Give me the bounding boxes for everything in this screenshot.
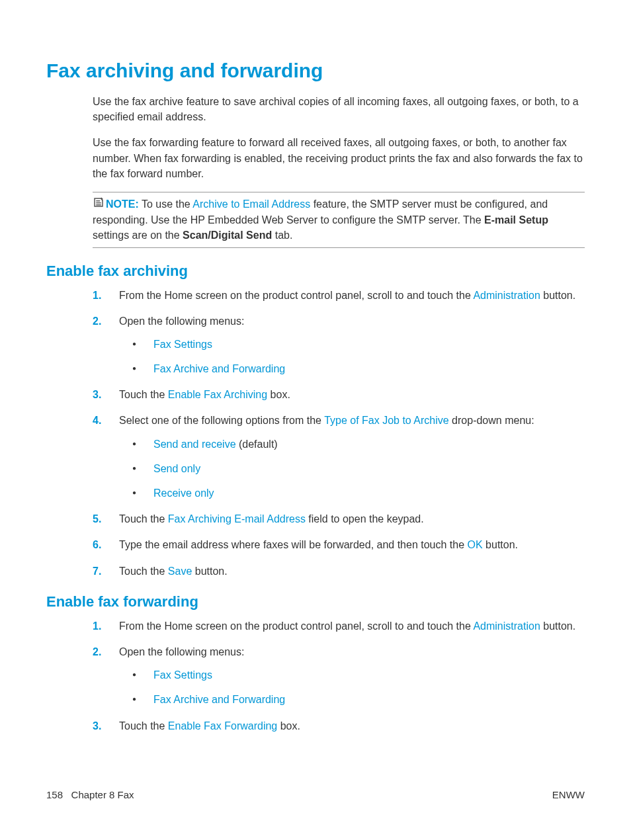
ui-ref: Enable Fax Forwarding bbox=[168, 720, 277, 732]
ui-ref: Administration bbox=[473, 290, 540, 301]
page-footer: 158 Chapter 8 Fax ENWW bbox=[46, 789, 585, 800]
chapter-label: Chapter 8 Fax bbox=[71, 789, 134, 800]
step: Open the following menus: Fax Settings F… bbox=[93, 314, 585, 377]
note-text-post: tab. bbox=[272, 230, 292, 241]
bullet-item: Send and receive (default) bbox=[127, 437, 585, 452]
document-page: Fax archiving and forwarding Use the fax… bbox=[0, 0, 631, 840]
section-heading-forwarding: Enable fax forwarding bbox=[46, 593, 585, 610]
ui-ref: Fax Settings bbox=[153, 669, 212, 681]
footer-left: 158 Chapter 8 Fax bbox=[46, 789, 134, 800]
step-text: Type the email address where faxes will … bbox=[119, 539, 468, 550]
step: Touch the Enable Fax Archiving box. bbox=[93, 387, 585, 402]
note-bold-1: E-mail Setup bbox=[484, 214, 548, 226]
step: From the Home screen on the product cont… bbox=[93, 618, 585, 634]
ui-ref: Save bbox=[168, 566, 192, 577]
intro-paragraph-1: Use the fax archive feature to save arch… bbox=[93, 94, 585, 124]
ui-ref: Fax Archive and Forwarding bbox=[153, 694, 285, 705]
ui-ref: Fax Settings bbox=[153, 339, 212, 350]
step-text: Touch the bbox=[119, 389, 168, 400]
step-text: Open the following menus: bbox=[119, 646, 244, 657]
step-text: button. bbox=[540, 620, 575, 632]
bullet-item: Send only bbox=[127, 461, 585, 476]
note-link: Archive to Email Address bbox=[192, 198, 310, 210]
ui-ref: Fax Archive and Forwarding bbox=[153, 363, 285, 374]
sub-bullets: Fax Settings Fax Archive and Forwarding bbox=[127, 337, 585, 376]
sub-bullets: Fax Settings Fax Archive and Forwarding bbox=[127, 667, 585, 707]
note-text-pre: To use the bbox=[142, 198, 192, 210]
ui-ref: Send and receive bbox=[153, 439, 236, 450]
step-text: Touch the bbox=[119, 566, 168, 577]
step-text: field to open the keypad. bbox=[306, 513, 424, 525]
sub-bullets: Send and receive (default) Send only Rec… bbox=[127, 437, 585, 501]
step-text: Select one of the following options from… bbox=[119, 415, 324, 426]
step-text: drop-down menu: bbox=[449, 415, 534, 426]
step-text: From the Home screen on the product cont… bbox=[119, 620, 473, 632]
ui-ref: Fax Archiving E-mail Address bbox=[168, 513, 306, 525]
step: Select one of the following options from… bbox=[93, 413, 585, 501]
step-text: button. bbox=[483, 539, 518, 550]
step: From the Home screen on the product cont… bbox=[93, 288, 585, 303]
bullet-item: Fax Settings bbox=[127, 667, 585, 683]
step-text: Touch the bbox=[119, 513, 168, 525]
step-text: box. bbox=[277, 720, 300, 732]
page-number: 158 bbox=[46, 789, 63, 800]
ui-ref: Administration bbox=[473, 620, 540, 632]
step-text: button. bbox=[192, 566, 227, 577]
forwarding-steps: From the Home screen on the product cont… bbox=[93, 618, 585, 734]
bullet-text: (default) bbox=[236, 439, 278, 450]
ui-ref: Type of Fax Job to Archive bbox=[324, 415, 449, 426]
step-text: box. bbox=[267, 389, 290, 400]
footer-right: ENWW bbox=[552, 789, 585, 800]
step-text: Touch the bbox=[119, 720, 168, 732]
archiving-steps: From the Home screen on the product cont… bbox=[93, 288, 585, 579]
section-heading-archiving: Enable fax archiving bbox=[46, 263, 585, 280]
ui-ref: Enable Fax Archiving bbox=[168, 389, 267, 400]
bullet-item: Fax Settings bbox=[127, 337, 585, 352]
bullet-item: Fax Archive and Forwarding bbox=[127, 692, 585, 707]
step: Touch the Save button. bbox=[93, 564, 585, 579]
note-icon bbox=[93, 196, 105, 212]
step-text: From the Home screen on the product cont… bbox=[119, 290, 473, 301]
step: Open the following menus: Fax Settings F… bbox=[93, 644, 585, 708]
note-bold-2: Scan/Digital Send bbox=[183, 230, 272, 241]
step-text: Open the following menus: bbox=[119, 315, 244, 327]
note-label: NOTE: bbox=[106, 198, 139, 210]
intro-paragraph-2: Use the fax forwarding feature to forwar… bbox=[93, 135, 585, 181]
note-text-mid2: settings are on the bbox=[93, 230, 183, 241]
step-text: button. bbox=[540, 290, 575, 301]
page-heading: Fax archiving and forwarding bbox=[46, 60, 585, 82]
bullet-item: Fax Archive and Forwarding bbox=[127, 361, 585, 376]
note-block: NOTE: To use the Archive to Email Addres… bbox=[93, 192, 585, 248]
ui-ref: Send only bbox=[153, 463, 200, 474]
step: Touch the Enable Fax Forwarding box. bbox=[93, 718, 585, 734]
bullet-item: Receive only bbox=[127, 485, 585, 501]
step: Touch the Fax Archiving E-mail Address f… bbox=[93, 511, 585, 526]
ui-ref: Receive only bbox=[153, 487, 214, 499]
step: Type the email address where faxes will … bbox=[93, 537, 585, 552]
ui-ref: OK bbox=[468, 539, 483, 550]
